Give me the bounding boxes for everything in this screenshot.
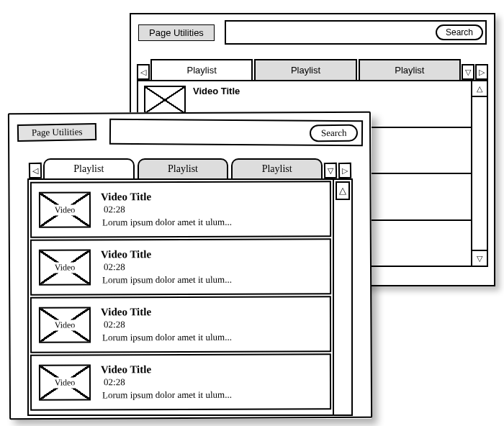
- scroll-up-icon[interactable]: △: [336, 181, 350, 200]
- tab-scroll-right-icon[interactable]: ▷: [338, 163, 351, 178]
- search-box: Search: [109, 119, 363, 146]
- video-thumbnail-icon: Video: [39, 191, 91, 227]
- video-duration: 02:28: [104, 376, 232, 389]
- scroll-down-icon[interactable]: ▽: [472, 250, 487, 266]
- search-input[interactable]: [114, 126, 310, 139]
- page-utilities-label: Page Utilities: [17, 123, 97, 142]
- back-tabrow: ◁ Playlist Playlist Playlist ▽ ▷: [131, 59, 494, 80]
- list-item[interactable]: Video Video Title 02:28 Lorum ipsum dolo…: [30, 296, 331, 353]
- tab-scroll-left-icon[interactable]: ◁: [29, 163, 42, 178]
- video-thumbnail-icon: Video: [39, 307, 91, 343]
- front-list: Video Video Title 02:28 Lorum ipsum dolo…: [27, 178, 353, 416]
- list-item[interactable]: Video Video Title 02:28 Lorum ipsum dolo…: [30, 181, 331, 237]
- video-summary: Lorum ipsum dolor amet it ulum...: [102, 389, 232, 402]
- tab-playlist[interactable]: Playlist: [254, 59, 356, 80]
- video-title: Video Title: [101, 306, 232, 319]
- video-summary: Lorum ipsum dolor amet it ulum...: [102, 332, 232, 344]
- video-duration: 02:28: [104, 261, 232, 273]
- tab-playlist[interactable]: Playlist: [43, 158, 135, 178]
- tab-dropdown-icon[interactable]: ▽: [324, 163, 337, 178]
- video-title: Video Title: [101, 363, 232, 376]
- video-title: Video Title: [193, 86, 240, 96]
- video-thumbnail-icon: [144, 86, 186, 114]
- page-utilities-label: Page Utilities: [138, 24, 215, 41]
- tab-dropdown-icon[interactable]: ▽: [462, 64, 474, 80]
- tab-scroll-right-icon[interactable]: ▷: [475, 64, 488, 80]
- scroll-track[interactable]: [334, 201, 351, 414]
- scrollbar[interactable]: △: [333, 180, 351, 414]
- search-box: Search: [225, 20, 487, 45]
- tab-playlist[interactable]: Playlist: [150, 59, 253, 80]
- scrollbar[interactable]: △ ▽: [471, 81, 487, 266]
- search-button[interactable]: Search: [436, 24, 483, 40]
- scroll-up-icon[interactable]: △: [472, 81, 487, 97]
- list-item[interactable]: Video Video Title 02:28 Lorum ipsum dolo…: [30, 353, 331, 410]
- search-input[interactable]: [228, 27, 436, 38]
- video-summary: Lorum ipsum dolor amet it ulum...: [102, 217, 232, 229]
- video-thumbnail-icon: Video: [39, 364, 91, 400]
- tab-scroll-left-icon[interactable]: ◁: [137, 64, 150, 80]
- front-topbar: Page Utilities Search: [9, 112, 372, 153]
- video-thumbnail-icon: Video: [39, 249, 91, 285]
- video-duration: 02:28: [104, 204, 232, 216]
- video-summary: Lorum ipsum dolor amet it ulum...: [102, 274, 232, 286]
- video-duration: 02:28: [104, 319, 232, 331]
- front-panel: Page Utilities Search ◁ Playlist Playlis…: [9, 112, 372, 419]
- tab-playlist[interactable]: Playlist: [359, 59, 461, 80]
- search-button[interactable]: Search: [310, 124, 359, 142]
- back-topbar: Page Utilities Search: [131, 14, 494, 50]
- front-tabrow: ◁ Playlist Playlist Playlist ▽ ▷: [9, 158, 372, 178]
- tab-playlist[interactable]: Playlist: [231, 158, 323, 178]
- video-title: Video Title: [101, 248, 232, 261]
- video-title: Video Title: [101, 191, 232, 204]
- tab-playlist[interactable]: Playlist: [138, 158, 229, 178]
- list-item[interactable]: Video Video Title 02:28 Lorum ipsum dolo…: [30, 238, 331, 295]
